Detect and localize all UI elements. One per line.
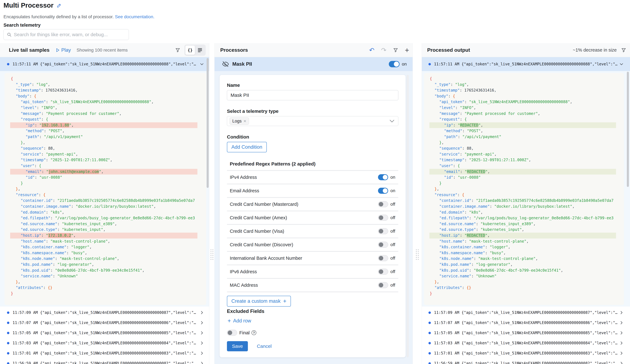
code-line: "_type": "log", <box>10 82 198 88</box>
chevron-down-icon[interactable] <box>200 62 204 66</box>
pattern-toggle[interactable] <box>378 201 388 207</box>
chevron-right-icon[interactable] <box>200 331 204 335</box>
pattern-toggle[interactable] <box>378 228 388 234</box>
code-line: "host.name": "mask-test-control-plane", <box>10 238 198 244</box>
code-line: "api_token": "sk_live_51NWz4nEXAMPLE0000… <box>430 99 616 105</box>
pattern-toggle[interactable] <box>378 215 388 221</box>
code-line: "user": { <box>10 163 198 169</box>
chevron-down-icon[interactable] <box>619 62 624 66</box>
log-row[interactable]: 11:56:59 AM {"api_token":"sk_live_51NWz4… <box>422 358 630 364</box>
expanded-log-row[interactable]: 11:57:11 AM {"api_token":"sk_live_51NWz4… <box>0 57 209 71</box>
undo-icon[interactable]: ↶ <box>369 46 374 54</box>
code-line: "user": { <box>430 163 616 169</box>
log-row[interactable]: 11:57:09 AM {"api_token":"sk_live_51NWz4… <box>422 308 630 318</box>
doc-link[interactable]: See documentation. <box>115 14 154 19</box>
log-row[interactable]: 11:57:01 AM {"api_token":"sk_live_51NWz4… <box>422 348 630 358</box>
chevron-right-icon[interactable] <box>619 361 624 364</box>
live-tail-panel: Live tail samples Play Showing 100 recen… <box>0 43 209 364</box>
mask-eye-off-icon <box>222 61 229 68</box>
json-viewer-input: {"_type": "log","timestamp": 17652436314… <box>4 73 206 305</box>
telemetry-type-select[interactable]: Logs × <box>227 116 398 126</box>
cancel-button[interactable]: Cancel <box>257 344 272 349</box>
chevron-right-icon[interactable] <box>619 341 624 345</box>
code-line: "ip": "REDACTED", <box>430 122 616 128</box>
log-row[interactable]: 11:56:59 AM {"api_token":"sk_live_51NWz4… <box>0 358 209 364</box>
chevron-right-icon[interactable] <box>200 341 204 345</box>
play-button[interactable]: Play <box>56 47 71 53</box>
chevron-right-icon[interactable] <box>200 310 204 315</box>
filter-icon[interactable] <box>175 48 180 53</box>
pattern-row: IPv4 Addresson <box>227 171 398 184</box>
log-row[interactable]: 11:57:03 AM {"api_token":"sk_live_51NWz4… <box>0 338 209 348</box>
code-line: "message": "Payment processed for custom… <box>10 111 198 117</box>
chevron-right-icon[interactable] <box>200 361 204 364</box>
search-input[interactable] <box>14 32 129 37</box>
pattern-toggle[interactable] <box>378 255 388 261</box>
log-preview-text: 11:57:03 AM {"api_token":"sk_live_51NWz4… <box>12 341 200 345</box>
add-condition-button[interactable]: Add Condition <box>227 142 267 152</box>
filter-icon[interactable] <box>621 48 626 53</box>
create-custom-mask-button[interactable]: Create a custom mask+ <box>227 296 291 306</box>
json-viewer-output: {"_type": "log","timestamp": 17652436314… <box>424 73 624 305</box>
code-line: "service": "payment-api", <box>430 152 616 157</box>
processor-enabled-toggle[interactable] <box>389 61 400 67</box>
code-line: "service.name": "Unknown" <box>430 273 616 279</box>
json-view-button[interactable]: {} <box>185 46 195 55</box>
chevron-right-icon[interactable] <box>619 331 624 335</box>
log-row[interactable]: 11:57:03 AM {"api_token":"sk_live_51NWz4… <box>422 338 630 348</box>
code-line: "ed.source.name": "kubernetes_input_e389… <box>10 221 198 227</box>
pattern-toggle[interactable] <box>378 242 388 248</box>
help-icon[interactable]: ? <box>252 330 256 335</box>
code-line: "ed.filepath": "/var/log/pods/busy_log-g… <box>430 215 616 221</box>
chevron-right-icon[interactable] <box>619 320 624 325</box>
log-row[interactable]: 11:57:07 AM {"api_token":"sk_live_51NWz4… <box>0 318 209 328</box>
processor-name-input[interactable] <box>227 90 398 100</box>
panel-resizer[interactable] <box>209 43 214 364</box>
drag-handle-icon <box>210 250 213 260</box>
pattern-toggle[interactable] <box>378 269 388 275</box>
remove-chip-icon[interactable]: × <box>244 118 246 124</box>
left-scrollbar[interactable] <box>206 58 209 188</box>
pattern-toggle[interactable] <box>378 282 388 288</box>
card-scrollbar-track[interactable] <box>406 75 409 357</box>
code-line: "k8s.pod.uid": "0e8e8d66-27dc-4bcf-b799-… <box>430 268 616 274</box>
save-button[interactable]: Save <box>227 341 248 351</box>
add-processor-icon[interactable]: + <box>405 46 409 54</box>
code-line: "attributes": {} <box>430 285 616 291</box>
expanded-log-row[interactable]: 11:57:11 AM {"api_token":"sk_live_51NWz4… <box>422 57 630 71</box>
chevron-right-icon[interactable] <box>619 351 624 356</box>
edit-title-icon[interactable] <box>57 3 62 8</box>
pattern-label: MAC Address <box>227 282 258 288</box>
pattern-row: International Bank Account Numberoff <box>227 252 398 264</box>
add-row-button[interactable]: +Add row <box>227 318 398 324</box>
code-line: "ed.domain": "k8s", <box>430 210 616 215</box>
chevron-right-icon[interactable] <box>619 310 624 315</box>
pattern-toggle[interactable] <box>378 188 388 194</box>
code-line: "sequence": 88, <box>430 146 616 152</box>
log-row[interactable]: 11:57:09 AM {"api_token":"sk_live_51NWz4… <box>0 308 209 318</box>
log-row[interactable]: 11:57:05 AM {"api_token":"sk_live_51NWz4… <box>0 328 209 338</box>
code-line: "_type": "log", <box>430 82 616 88</box>
code-line: "timestamp": "2025-12-09T01:27:11.000Z", <box>430 157 616 163</box>
code-line: "timestamp": 1765243631416, <box>430 88 616 93</box>
redo-icon[interactable]: ↷ <box>381 46 386 54</box>
chevron-right-icon[interactable] <box>200 351 204 356</box>
list-view-button[interactable] <box>195 46 205 55</box>
code-line: "container.id": "21f1aeda0b3857c19250577… <box>430 198 616 204</box>
processor-row-mask-pii[interactable]: Mask PII on <box>214 57 412 71</box>
log-row[interactable]: 11:57:01 AM {"api_token":"sk_live_51NWz4… <box>0 348 209 358</box>
right-scrollbar[interactable] <box>627 72 629 187</box>
chevron-right-icon[interactable] <box>200 320 204 325</box>
log-preview-text: 11:56:59 AM {"api_token":"sk_live_51NWz4… <box>12 361 200 364</box>
log-row[interactable]: 11:57:05 AM {"api_token":"sk_live_51NWz4… <box>422 328 630 338</box>
filter-icon[interactable] <box>393 48 398 53</box>
pattern-toggle[interactable] <box>378 174 388 180</box>
final-toggle[interactable] <box>227 330 237 336</box>
patterns-title: Predefined Regex Patterns (2 applied) <box>227 161 398 166</box>
drag-handle-icon <box>416 250 418 260</box>
pattern-label: Credit Card Number (Discover) <box>227 242 293 247</box>
log-row[interactable]: 11:57:07 AM {"api_token":"sk_live_51NWz4… <box>422 318 630 328</box>
code-line: "id": "usr-0088" <box>430 174 616 180</box>
log-preview-text: 11:57:09 AM {"api_token":"sk_live_51NWz4… <box>12 310 200 315</box>
panel-resizer[interactable] <box>412 43 422 364</box>
